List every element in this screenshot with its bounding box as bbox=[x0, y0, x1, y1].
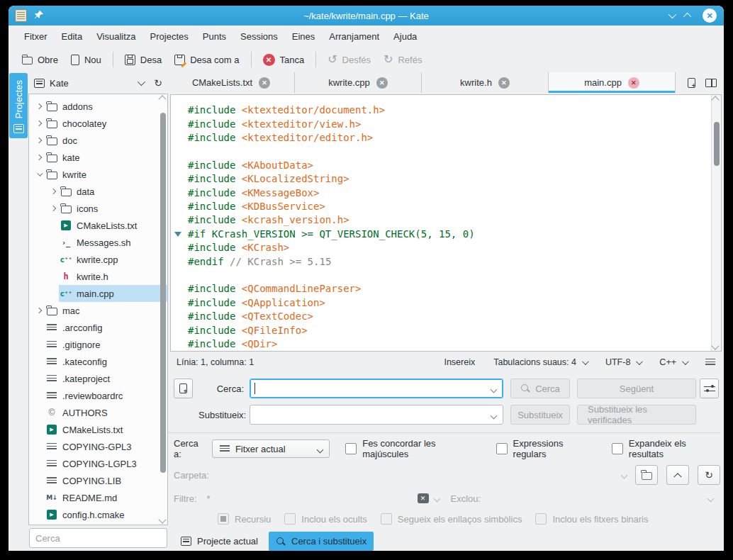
next-button[interactable]: Següent bbox=[577, 379, 696, 398]
tree-row[interactable]: .gitignore bbox=[29, 336, 167, 353]
tree-expander[interactable] bbox=[33, 172, 45, 177]
replace-button[interactable]: Substitueix bbox=[510, 405, 570, 425]
tree-item[interactable]: .kateconfig bbox=[45, 353, 167, 370]
menu-item-fitxer[interactable]: Fitxer bbox=[17, 28, 55, 45]
tree-item[interactable]: ▶CMakeLists.txt bbox=[59, 217, 167, 234]
tree-item[interactable]: M↓README.md bbox=[45, 489, 167, 506]
toolbar-button-refés[interactable]: ↻Refés bbox=[377, 50, 428, 69]
text-editor[interactable]: #include <ktexteditor/document.h>#includ… bbox=[170, 94, 722, 352]
tree-expander[interactable] bbox=[47, 206, 59, 211]
toolbar-button-tanca[interactable]: ✕Tanca bbox=[257, 50, 311, 69]
tree-item[interactable]: COPYING-LGPL3 bbox=[45, 455, 167, 472]
editor-scrollbar[interactable] bbox=[711, 95, 721, 351]
encoding-menu[interactable]: UTF-8 bbox=[605, 357, 641, 367]
replace-input[interactable] bbox=[250, 405, 503, 425]
tree-row[interactable]: c⁺⁺kwrite.cpp bbox=[29, 251, 167, 268]
tree-row[interactable]: hkwrite.h bbox=[29, 268, 167, 285]
clear-filter-icon[interactable]: ✕ bbox=[418, 493, 429, 503]
tree-item[interactable]: mac bbox=[45, 302, 167, 319]
tree-item[interactable]: ›_Messages.sh bbox=[59, 234, 167, 251]
scope-select[interactable]: Fitxer actual bbox=[212, 439, 330, 458]
tree-row[interactable]: ▶CMakeLists.txt bbox=[29, 217, 167, 234]
tree-row[interactable]: .reviewboardrc bbox=[29, 387, 167, 404]
tree-row[interactable]: COPYING-LGPL3 bbox=[29, 455, 167, 472]
folder-up-button[interactable] bbox=[666, 465, 689, 485]
editor-scroll-up-icon[interactable] bbox=[711, 96, 719, 103]
line-options-icon[interactable] bbox=[705, 359, 715, 366]
tree-row[interactable]: COPYING-GPL3 bbox=[29, 438, 167, 455]
tree-row[interactable]: data bbox=[29, 183, 167, 200]
code-line[interactable]: #include <QApplication> bbox=[188, 296, 721, 310]
pin-icon[interactable] bbox=[34, 10, 44, 22]
tree-expander[interactable] bbox=[33, 138, 45, 142]
tree-expander[interactable] bbox=[47, 189, 59, 194]
code-line[interactable]: #include <QDir> bbox=[188, 337, 721, 351]
code-line[interactable]: #if KCrash_VERSION >= QT_VERSION_CHECK(5… bbox=[188, 228, 721, 241]
chevron-down-icon[interactable] bbox=[491, 386, 498, 393]
toolbar-button-desa[interactable]: Desa bbox=[118, 51, 168, 69]
code-line[interactable]: #include <ktexteditor/document.h> bbox=[188, 103, 721, 117]
toolbar-button-nou[interactable]: Nou bbox=[65, 51, 108, 69]
checkbox-expressions-regulars[interactable]: Expressions regulars bbox=[496, 438, 596, 459]
tree-item[interactable]: c⁺⁺main.cpp bbox=[59, 285, 167, 302]
tab-mode-menu[interactable]: Tabulacions suaus: 4 bbox=[493, 357, 587, 367]
code-line[interactable]: #include <KLocalizedString> bbox=[188, 172, 721, 186]
tree-item[interactable]: ▶CMakeLists.txt bbox=[45, 421, 167, 438]
tree-scrollbar-thumb[interactable] bbox=[160, 113, 166, 473]
tab-close-icon[interactable]: ✕ bbox=[498, 77, 510, 89]
code-line[interactable]: #include <KMessageBox> bbox=[188, 186, 721, 200]
replace-checked-button[interactable]: Substitueix les verificades bbox=[577, 405, 696, 425]
project-dropdown-chevron-icon[interactable] bbox=[138, 78, 145, 86]
tree-row[interactable]: kate bbox=[29, 149, 167, 166]
code-line[interactable]: #include <kcrash_version.h> bbox=[188, 213, 721, 227]
tab-kwrite.h[interactable]: kwrite.h✕ bbox=[422, 72, 549, 93]
checkbox-segueix-els-enllaços-simbòlics[interactable]: Segueix els enllaços simbòlics bbox=[381, 513, 522, 525]
tree-item[interactable]: .kateproject bbox=[45, 370, 167, 387]
menu-item-eines[interactable]: Eines bbox=[285, 28, 323, 45]
reload-project-icon[interactable]: ↻ bbox=[154, 78, 162, 88]
tree-item[interactable]: icons bbox=[59, 200, 167, 217]
code-line[interactable]: #include <ktexteditor/editor.h> bbox=[188, 131, 721, 145]
tree-expander[interactable] bbox=[33, 104, 45, 108]
toolbar-button-obre[interactable]: Obre bbox=[16, 51, 65, 69]
tab-CMakeLists.txt[interactable]: CMakeLists.txt✕ bbox=[168, 72, 295, 93]
code-line[interactable] bbox=[188, 145, 721, 158]
tree-row[interactable]: .kateconfig bbox=[29, 353, 167, 370]
tree-item[interactable]: addons bbox=[45, 98, 167, 115]
project-search-input[interactable]: Cerca bbox=[29, 528, 167, 548]
tab-close-icon[interactable]: ✕ bbox=[376, 77, 388, 89]
choose-folder-button[interactable] bbox=[635, 465, 658, 485]
title-bar[interactable]: ~/kate/kwrite/main.cpp — Kate ✕ bbox=[9, 6, 724, 26]
tree-item[interactable]: .gitignore bbox=[45, 336, 167, 353]
tree-item[interactable]: COPYING.LIB bbox=[45, 472, 167, 489]
menu-item-ajuda[interactable]: Ajuda bbox=[386, 28, 424, 45]
tree-item[interactable]: ©AUTHORS bbox=[45, 404, 167, 421]
code-area[interactable]: #include <ktexteditor/document.h>#includ… bbox=[171, 95, 721, 351]
tree-item[interactable]: c⁺⁺kwrite.cpp bbox=[59, 251, 167, 268]
minimize-button[interactable] bbox=[668, 11, 676, 18]
tree-item[interactable]: doc bbox=[45, 132, 167, 149]
menu-item-visualitza[interactable]: Visualitza bbox=[89, 28, 142, 45]
code-line[interactable]: #endif // KCrash >= 5.15 bbox=[188, 255, 721, 269]
menu-item-arranjament[interactable]: Arranjament bbox=[322, 28, 386, 45]
tree-item[interactable]: kate bbox=[45, 149, 167, 166]
tree-row[interactable]: .arcconfig bbox=[29, 319, 167, 336]
new-search-tab-button[interactable] bbox=[174, 379, 193, 398]
find-input[interactable] bbox=[250, 379, 503, 398]
tab-close-icon[interactable]: ✕ bbox=[628, 77, 639, 89]
menu-item-projectes[interactable]: Projectes bbox=[143, 28, 196, 45]
checkbox-inclou-els-ocults[interactable]: Inclou els ocults bbox=[284, 513, 367, 525]
tree-expander[interactable] bbox=[33, 155, 45, 159]
new-document-icon[interactable] bbox=[688, 78, 695, 88]
code-line[interactable]: #include <KDBusService> bbox=[188, 200, 721, 213]
split-view-icon[interactable] bbox=[705, 79, 717, 87]
toolbar-button-desfés[interactable]: ↺Desfés bbox=[321, 50, 377, 69]
search-options-button[interactable] bbox=[700, 379, 719, 398]
tree-row[interactable]: .kateproject bbox=[29, 370, 167, 387]
tree-row[interactable]: addons bbox=[29, 98, 167, 115]
close-window-button[interactable]: ✕ bbox=[703, 9, 717, 23]
editor-scroll-down-icon[interactable] bbox=[711, 342, 719, 349]
menu-item-punts[interactable]: Punts bbox=[196, 28, 233, 45]
tree-row[interactable]: doc bbox=[29, 132, 167, 149]
checkbox-inclou-els-fitxers-binaris[interactable]: Inclou els fitxers binaris bbox=[535, 513, 648, 525]
